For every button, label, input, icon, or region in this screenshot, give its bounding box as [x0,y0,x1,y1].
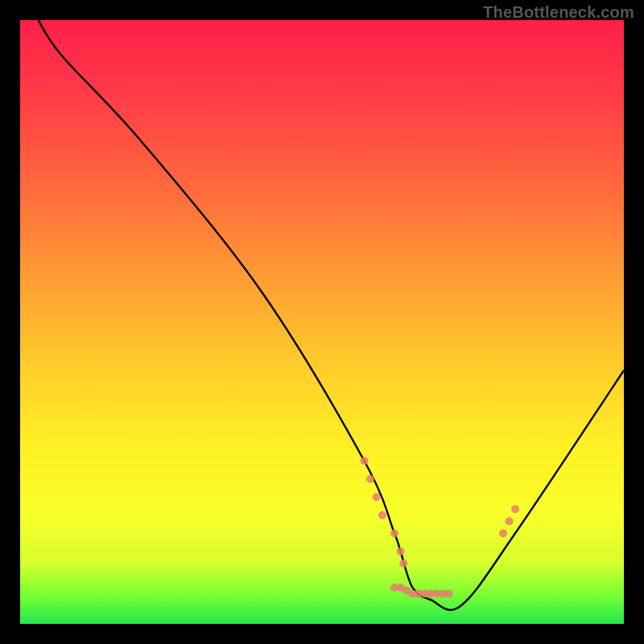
data-marker [399,559,407,568]
data-marker [511,506,519,514]
data-marker [499,530,507,538]
marker-group [361,457,520,598]
data-marker [366,475,374,483]
data-marker [397,547,405,555]
chart-frame: TheBottleneck.com [0,0,644,644]
curve-svg [20,20,624,624]
watermark-text: TheBottleneck.com [483,3,634,22]
data-marker [445,590,453,598]
data-marker [361,457,369,465]
data-marker [390,530,398,538]
bottleneck-curve-path [39,20,625,610]
data-marker [378,511,386,519]
data-marker [506,518,514,526]
plot-area [20,20,624,624]
data-marker [373,493,381,502]
